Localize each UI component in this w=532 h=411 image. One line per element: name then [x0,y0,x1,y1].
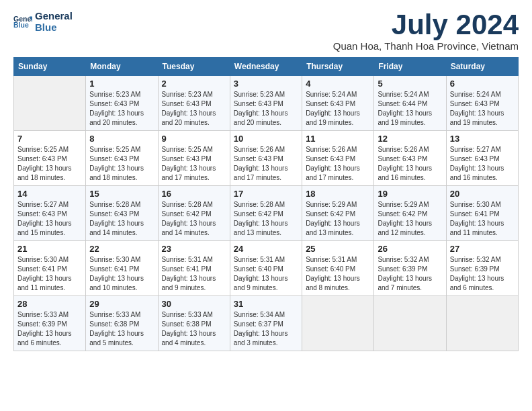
calendar-week-row: 14Sunrise: 5:27 AMSunset: 6:43 PMDayligh… [14,186,519,241]
day-info: Sunrise: 5:24 AMSunset: 6:43 PMDaylight:… [306,90,370,128]
day-info: Sunrise: 5:25 AMSunset: 6:43 PMDaylight:… [17,145,82,183]
calendar-cell: 19Sunrise: 5:29 AMSunset: 6:42 PMDayligh… [374,186,446,241]
calendar-cell [374,296,446,351]
calendar-cell: 29Sunrise: 5:33 AMSunset: 6:38 PMDayligh… [86,296,158,351]
day-info: Sunrise: 5:26 AMSunset: 6:43 PMDaylight:… [378,145,442,183]
day-number: 31 [234,299,298,309]
day-of-week-header: Friday [374,58,446,76]
day-info: Sunrise: 5:23 AMSunset: 6:43 PMDaylight:… [234,90,298,128]
calendar-cell: 12Sunrise: 5:26 AMSunset: 6:43 PMDayligh… [374,131,446,186]
day-of-week-header: Tuesday [158,58,230,76]
day-number: 13 [450,134,515,144]
calendar-cell [446,296,518,351]
day-info: Sunrise: 5:29 AMSunset: 6:42 PMDaylight:… [306,200,370,238]
calendar-cell: 5Sunrise: 5:24 AMSunset: 6:44 PMDaylight… [374,76,446,131]
calendar-cell: 24Sunrise: 5:31 AMSunset: 6:40 PMDayligh… [230,241,302,296]
month-title: July 2024 [333,11,519,39]
logo-line2: Blue [35,22,73,34]
calendar-cell: 3Sunrise: 5:23 AMSunset: 6:43 PMDaylight… [230,76,302,131]
day-number: 16 [162,189,226,199]
day-info: Sunrise: 5:30 AMSunset: 6:41 PMDaylight:… [17,255,82,293]
svg-text:Blue: Blue [13,21,29,29]
calendar-week-row: 7Sunrise: 5:25 AMSunset: 6:43 PMDaylight… [14,131,519,186]
location-title: Quan Hoa, Thanh Hoa Province, Vietnam [333,40,519,52]
day-of-week-header: Sunday [14,58,86,76]
day-number: 14 [17,189,82,199]
day-info: Sunrise: 5:28 AMSunset: 6:43 PMDaylight:… [89,200,154,238]
day-number: 20 [450,189,515,199]
calendar-cell: 11Sunrise: 5:26 AMSunset: 6:43 PMDayligh… [302,131,374,186]
day-info: Sunrise: 5:31 AMSunset: 6:40 PMDaylight:… [306,255,370,293]
day-number: 10 [234,134,298,144]
calendar-cell [14,76,86,131]
day-number: 27 [450,244,515,254]
day-number: 4 [306,79,370,89]
day-number: 28 [17,299,82,309]
calendar-cell: 4Sunrise: 5:24 AMSunset: 6:43 PMDaylight… [302,76,374,131]
calendar-week-row: 21Sunrise: 5:30 AMSunset: 6:41 PMDayligh… [14,241,519,296]
day-of-week-header: Saturday [446,58,518,76]
day-info: Sunrise: 5:30 AMSunset: 6:41 PMDaylight:… [89,255,154,293]
calendar-cell: 27Sunrise: 5:32 AMSunset: 6:39 PMDayligh… [446,241,518,296]
day-number: 26 [378,244,442,254]
day-info: Sunrise: 5:26 AMSunset: 6:43 PMDaylight:… [306,145,370,183]
day-number: 18 [306,189,370,199]
day-number: 6 [450,79,515,89]
calendar-cell: 6Sunrise: 5:24 AMSunset: 6:43 PMDaylight… [446,76,518,131]
calendar-cell: 22Sunrise: 5:30 AMSunset: 6:41 PMDayligh… [86,241,158,296]
calendar-cell: 13Sunrise: 5:27 AMSunset: 6:43 PMDayligh… [446,131,518,186]
day-info: Sunrise: 5:30 AMSunset: 6:41 PMDaylight:… [450,200,515,238]
day-number: 3 [234,79,298,89]
day-info: Sunrise: 5:26 AMSunset: 6:43 PMDaylight:… [234,145,298,183]
day-info: Sunrise: 5:33 AMSunset: 6:38 PMDaylight:… [162,310,226,348]
calendar-cell: 2Sunrise: 5:23 AMSunset: 6:43 PMDaylight… [158,76,230,131]
calendar-cell: 31Sunrise: 5:34 AMSunset: 6:37 PMDayligh… [230,296,302,351]
calendar-cell: 1Sunrise: 5:23 AMSunset: 6:43 PMDaylight… [86,76,158,131]
day-number: 25 [306,244,370,254]
day-info: Sunrise: 5:24 AMSunset: 6:44 PMDaylight:… [378,90,442,128]
day-info: Sunrise: 5:32 AMSunset: 6:39 PMDaylight:… [450,255,515,293]
day-info: Sunrise: 5:27 AMSunset: 6:43 PMDaylight:… [450,145,515,183]
logo-icon: General Blue [13,13,32,32]
day-number: 8 [89,134,154,144]
calendar-cell: 8Sunrise: 5:25 AMSunset: 6:43 PMDaylight… [86,131,158,186]
calendar-week-row: 1Sunrise: 5:23 AMSunset: 6:43 PMDaylight… [14,76,519,131]
day-of-week-header: Wednesday [230,58,302,76]
day-number: 23 [162,244,226,254]
day-info: Sunrise: 5:23 AMSunset: 6:43 PMDaylight:… [162,90,226,128]
day-number: 5 [378,79,442,89]
logo-line1: General [35,11,73,22]
calendar-cell: 10Sunrise: 5:26 AMSunset: 6:43 PMDayligh… [230,131,302,186]
calendar-cell: 9Sunrise: 5:25 AMSunset: 6:43 PMDaylight… [158,131,230,186]
day-of-week-header: Monday [86,58,158,76]
day-number: 2 [162,79,226,89]
calendar-cell [302,296,374,351]
calendar-cell: 30Sunrise: 5:33 AMSunset: 6:38 PMDayligh… [158,296,230,351]
day-number: 30 [162,299,226,309]
day-number: 21 [17,244,82,254]
day-number: 24 [234,244,298,254]
calendar-cell: 15Sunrise: 5:28 AMSunset: 6:43 PMDayligh… [86,186,158,241]
day-info: Sunrise: 5:31 AMSunset: 6:40 PMDaylight:… [234,255,298,293]
calendar-cell: 17Sunrise: 5:28 AMSunset: 6:42 PMDayligh… [230,186,302,241]
calendar-cell: 20Sunrise: 5:30 AMSunset: 6:41 PMDayligh… [446,186,518,241]
day-number: 19 [378,189,442,199]
day-number: 1 [89,79,154,89]
calendar-week-row: 28Sunrise: 5:33 AMSunset: 6:39 PMDayligh… [14,296,519,351]
page-header: General Blue General Blue July 2024 Quan… [13,11,519,52]
day-number: 29 [89,299,154,309]
day-number: 17 [234,189,298,199]
calendar-cell: 23Sunrise: 5:31 AMSunset: 6:41 PMDayligh… [158,241,230,296]
day-info: Sunrise: 5:29 AMSunset: 6:42 PMDaylight:… [378,200,442,238]
day-info: Sunrise: 5:23 AMSunset: 6:43 PMDaylight:… [89,90,154,128]
calendar-cell: 16Sunrise: 5:28 AMSunset: 6:42 PMDayligh… [158,186,230,241]
day-number: 11 [306,134,370,144]
calendar-cell: 18Sunrise: 5:29 AMSunset: 6:42 PMDayligh… [302,186,374,241]
calendar-cell: 7Sunrise: 5:25 AMSunset: 6:43 PMDaylight… [14,131,86,186]
day-number: 7 [17,134,82,144]
day-info: Sunrise: 5:34 AMSunset: 6:37 PMDaylight:… [234,310,298,348]
calendar-cell: 28Sunrise: 5:33 AMSunset: 6:39 PMDayligh… [14,296,86,351]
calendar-cell: 25Sunrise: 5:31 AMSunset: 6:40 PMDayligh… [302,241,374,296]
day-number: 12 [378,134,442,144]
day-info: Sunrise: 5:28 AMSunset: 6:42 PMDaylight:… [234,200,298,238]
